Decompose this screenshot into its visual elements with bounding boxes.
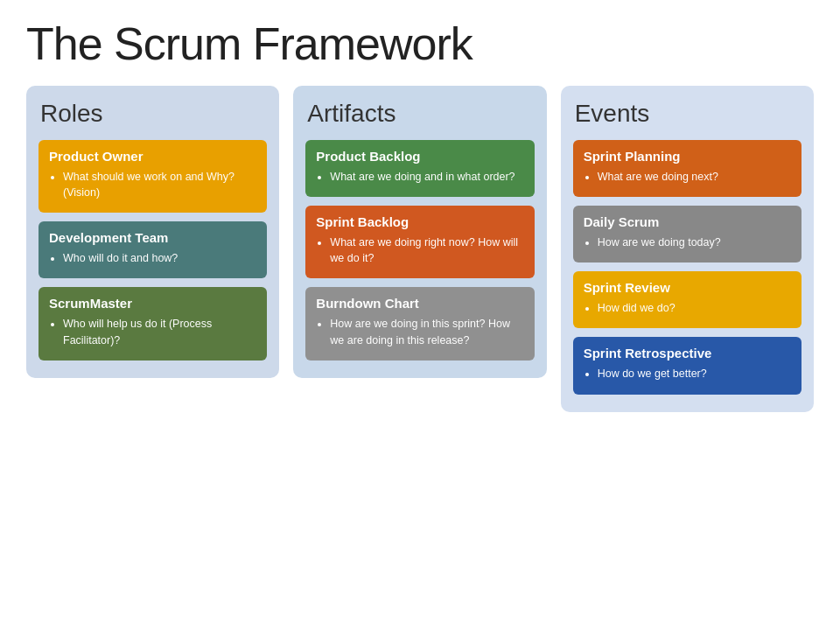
columns-container: RolesProduct OwnerWhat should we work on… (26, 86, 814, 412)
card-title-sprint-review: Sprint Review (584, 280, 791, 295)
card-title-sprint-planning: Sprint Planning (584, 149, 791, 164)
card-bullet: How did we do? (598, 300, 791, 316)
card-title-development-team: Development Team (49, 230, 256, 245)
card-title-scrum-master: ScrumMaster (49, 296, 256, 311)
card-body-product-backlog: What are we doing and in what order? (316, 169, 523, 185)
card-bullet: How do we get better? (598, 366, 791, 382)
card-body-sprint-review: How did we do? (584, 300, 791, 316)
card-body-sprint-planning: What are we doing next? (584, 169, 791, 185)
card-title-daily-scrum: Daily Scrum (584, 214, 791, 229)
card-sprint-backlog: Sprint BacklogWhat are we doing right no… (305, 206, 534, 278)
card-bullet: What should we work on and Why? (Vision) (63, 169, 256, 200)
card-bullet: What are we doing and in what order? (330, 169, 523, 185)
card-product-owner: Product OwnerWhat should we work on and … (38, 140, 267, 213)
card-title-sprint-backlog: Sprint Backlog (316, 214, 523, 229)
card-body-sprint-backlog: What are we doing right now? How will we… (316, 234, 523, 266)
card-product-backlog: Product BacklogWhat are we doing and in … (305, 140, 534, 197)
column-events: EventsSprint PlanningWhat are we doing n… (561, 86, 814, 412)
card-bullet: What are we doing right now? How will we… (330, 234, 523, 266)
card-scrum-master: ScrumMasterWho will help us do it (Proce… (38, 287, 267, 360)
card-body-sprint-retrospective: How do we get better? (584, 366, 791, 382)
card-body-scrum-master: Who will help us do it (Process Facilita… (49, 316, 256, 347)
card-body-development-team: Who will do it and how? (49, 250, 256, 266)
card-body-daily-scrum: How are we doing today? (584, 234, 791, 250)
card-body-burndown-chart: How are we doing in this sprint? How we … (316, 316, 523, 347)
column-title-events: Events (573, 100, 802, 128)
card-burndown-chart: Burndown ChartHow are we doing in this s… (305, 287, 534, 360)
card-daily-scrum: Daily ScrumHow are we doing today? (573, 206, 802, 262)
column-artifacts: ArtifactsProduct BacklogWhat are we doin… (293, 86, 546, 378)
card-development-team: Development TeamWho will do it and how? (38, 221, 267, 278)
column-title-artifacts: Artifacts (305, 100, 534, 128)
card-bullet: Who will do it and how? (63, 250, 256, 266)
card-title-sprint-retrospective: Sprint Retrospective (584, 346, 791, 360)
card-sprint-planning: Sprint PlanningWhat are we doing next? (573, 140, 802, 197)
card-sprint-retrospective: Sprint RetrospectiveHow do we get better… (573, 337, 802, 394)
card-bullet: Who will help us do it (Process Facilita… (63, 316, 256, 347)
column-title-roles: Roles (38, 100, 267, 128)
card-title-burndown-chart: Burndown Chart (316, 296, 523, 311)
card-bullet: How are we doing today? (598, 234, 791, 250)
card-title-product-backlog: Product Backlog (316, 149, 523, 164)
card-bullet: How are we doing in this sprint? How we … (330, 316, 523, 347)
card-sprint-review: Sprint ReviewHow did we do? (573, 271, 802, 328)
page-title: The Scrum Framework (26, 18, 814, 70)
column-roles: RolesProduct OwnerWhat should we work on… (26, 86, 279, 378)
card-title-product-owner: Product Owner (49, 149, 256, 164)
card-body-product-owner: What should we work on and Why? (Vision) (49, 169, 256, 200)
card-bullet: What are we doing next? (598, 169, 791, 185)
